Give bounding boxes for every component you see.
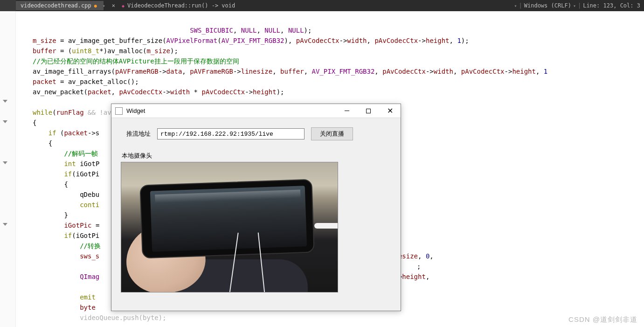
modified-dot-icon: ● xyxy=(94,3,97,8)
breadcrumb-dropdown-icon[interactable]: ▾ xyxy=(514,3,517,8)
cursor-position: Line: 123, Col: 3 xyxy=(583,2,640,9)
method-icon: ◆ xyxy=(122,3,125,8)
breadcrumb[interactable]: ◆ VideodecodeThread::run() -> void xyxy=(118,2,514,9)
minimize-button[interactable] xyxy=(336,104,358,118)
maximize-button[interactable] xyxy=(358,104,379,118)
dialog-body: 推流地址 关闭直播 本地摄像头 xyxy=(111,118,401,299)
close-icon: ✕ xyxy=(387,107,393,115)
line-ending[interactable]: Windows (CRLF) xyxy=(524,2,571,9)
tab-close-icon[interactable]: × xyxy=(109,2,118,9)
file-tab-label: videodecodethread.cpp xyxy=(21,2,91,9)
fold-marker-icon[interactable] xyxy=(3,120,7,123)
tab-bar: videodecodethread.cpp ● ▾ × ◆ Videodecod… xyxy=(0,0,644,11)
fold-gutter[interactable] xyxy=(0,11,16,327)
close-stream-button[interactable]: 关闭直播 xyxy=(311,127,353,140)
camera-preview xyxy=(121,162,338,292)
fold-marker-icon[interactable] xyxy=(3,223,7,226)
camera-label: 本地摄像头 xyxy=(122,152,391,160)
status-right: ▾ | Windows (CRLF) ▾ | Line: 123, Col: 3 xyxy=(514,2,644,9)
file-tab[interactable]: videodecodethread.cpp ● xyxy=(16,1,104,10)
stream-url-input[interactable] xyxy=(157,128,305,139)
window-title: Widget xyxy=(126,107,336,114)
line-ending-dropdown-icon[interactable]: ▾ xyxy=(573,3,576,8)
widget-window: Widget ✕ 推流地址 关闭直播 本地摄像头 xyxy=(111,104,401,311)
breadcrumb-label: VideodecodeThread::run() -> void xyxy=(127,2,235,9)
watermark: CSDN @道剑剑非道 xyxy=(568,315,637,324)
tab-dropdown-icon[interactable]: ▾ xyxy=(103,3,105,8)
fold-marker-icon[interactable] xyxy=(3,161,7,164)
app-icon xyxy=(115,107,123,115)
fold-marker-icon[interactable] xyxy=(3,100,7,103)
titlebar[interactable]: Widget ✕ xyxy=(111,104,401,118)
stream-url-label: 推流地址 xyxy=(121,130,151,138)
close-button[interactable]: ✕ xyxy=(379,104,401,118)
tab-gutter xyxy=(0,0,16,11)
